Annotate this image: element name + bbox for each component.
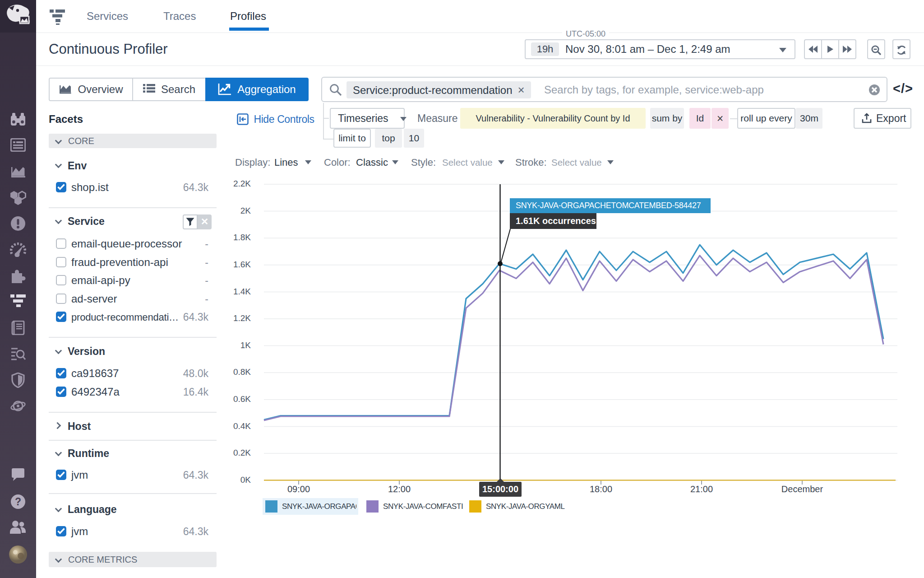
svg-text:?: ?: [15, 496, 21, 508]
